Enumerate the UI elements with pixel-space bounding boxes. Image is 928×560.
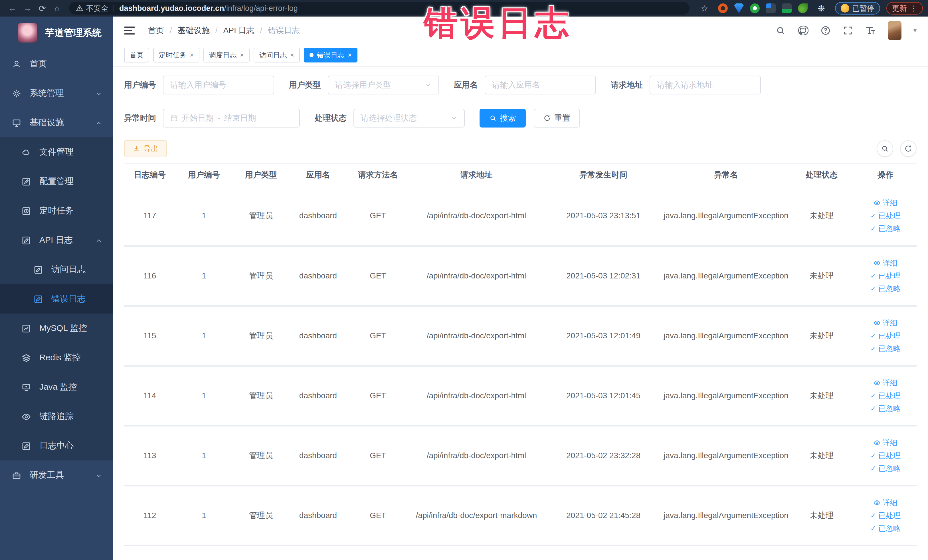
mark-ignored-link[interactable]: ✓ 已忽略 — [870, 404, 901, 414]
reset-button[interactable]: 重置 — [534, 109, 580, 128]
eye-icon — [22, 411, 31, 421]
mark-ignored-link[interactable]: ✓ 已忽略 — [870, 523, 901, 534]
sidebar-item-dev-tools[interactable]: 研发工具 — [0, 461, 113, 490]
address-bar[interactable]: 不安全 dashboard.yudao.iocoder.cn/infra/log… — [69, 2, 690, 15]
detail-link[interactable]: 详细 — [873, 378, 897, 388]
sidebar-item-tracing[interactable]: 链路追踪 — [0, 402, 113, 431]
cell-method: GET — [346, 485, 409, 545]
export-button[interactable]: 导出 — [124, 140, 167, 157]
cell-user-type: 管理员 — [232, 246, 290, 306]
tab-schedule-log[interactable]: 调度日志× — [203, 48, 250, 63]
user-type-select[interactable]: 请选择用户类型 — [328, 76, 439, 95]
paused-extension-pill[interactable]: 已暂停 — [835, 2, 880, 15]
extension-icon-orange[interactable] — [718, 3, 728, 13]
cell-user-type: 管理员 — [232, 485, 290, 545]
extension-icon-on-badge[interactable] — [782, 3, 792, 13]
sidebar-item-file-mgmt[interactable]: 文件管理 — [0, 137, 113, 166]
cell-exception-name: java.lang.IllegalArgumentException — [663, 426, 789, 485]
extension-icon-green-circle[interactable] — [750, 3, 760, 13]
mark-processed-link[interactable]: ✓ 已处理 — [870, 511, 901, 520]
tab-home[interactable]: 首页 — [124, 48, 149, 63]
close-icon[interactable]: × — [190, 51, 194, 59]
sidebar-item-java-monitor[interactable]: Java 监控 — [0, 372, 113, 402]
breadcrumb-home[interactable]: 首页 — [148, 25, 164, 36]
user-id-input[interactable] — [170, 81, 267, 90]
close-icon[interactable]: × — [240, 51, 244, 59]
layers-icon — [22, 352, 31, 363]
sidebar-item-system-mgmt[interactable]: 系统管理 — [0, 78, 113, 108]
mark-ignored-link[interactable]: ✓ 已忽略 — [870, 224, 901, 233]
search-icon[interactable] — [775, 25, 786, 36]
sidebar-item-config-mgmt[interactable]: 配置管理 — [0, 166, 113, 196]
user-avatar[interactable] — [888, 21, 902, 40]
search-button[interactable]: 搜索 — [479, 109, 526, 128]
avatar-caret-down-icon[interactable]: ▾ — [913, 27, 917, 34]
toggle-search-icon-button[interactable] — [877, 140, 893, 157]
browser-update-button[interactable]: 更新 ⋮ — [886, 2, 923, 15]
browser-menu-kebab-icon[interactable]: ⋮ — [910, 4, 917, 13]
sidebar-item-api-log[interactable]: API 日志 — [0, 225, 113, 255]
sidebar-item-mysql-monitor[interactable]: MySQL 监控 — [0, 314, 113, 343]
help-icon[interactable] — [820, 25, 831, 36]
detail-link[interactable]: 详细 — [873, 198, 897, 208]
detail-link[interactable]: 详细 — [873, 438, 897, 448]
sidebar-item-infrastructure[interactable]: 基础设施 — [0, 108, 113, 137]
check-icon: ✓ — [870, 452, 876, 459]
mark-processed-link[interactable]: ✓ 已处理 — [870, 391, 901, 401]
cell-log-id: 112 — [124, 485, 176, 545]
mark-processed-link[interactable]: ✓ 已处理 — [870, 271, 901, 281]
process-status-select[interactable]: 请选择处理状态 — [353, 109, 465, 128]
date-range-picker[interactable]: 开始日期 - 结束日期 — [163, 109, 300, 128]
table-header-row: 日志编号 用户编号 用户类型 应用名 请求方法名 请求地址 异常发生时间 异常名… — [124, 164, 917, 186]
app-logo-row[interactable]: 芋道管理系统 — [0, 17, 113, 49]
breadcrumb-api-log[interactable]: API 日志 — [223, 25, 255, 36]
cell-process-status: 未处理 — [789, 306, 855, 366]
sidebar-collapse-icon[interactable] — [124, 25, 137, 36]
sidebar-item-error-log[interactable]: 错误日志 — [0, 284, 113, 314]
table-row: 113 1 管理员 dashboard GET /api/infra/db-do… — [124, 426, 917, 485]
cell-request-url: /api/infra/db-doc/export-markdown — [409, 485, 543, 545]
mark-processed-link[interactable]: ✓ 已处理 — [870, 451, 901, 461]
bookmark-star-icon[interactable]: ☆ — [697, 2, 712, 15]
sidebar-item-log-center[interactable]: 日志中心 — [0, 431, 113, 461]
detail-link[interactable]: 详细 — [873, 258, 897, 268]
font-size-icon[interactable] — [865, 25, 876, 36]
github-icon[interactable] — [798, 25, 809, 36]
mark-processed-link[interactable]: ✓ 已处理 — [870, 331, 901, 341]
calendar-icon — [170, 114, 178, 122]
request-url-input[interactable] — [657, 81, 753, 90]
cell-request-url: /api/infra/db-doc/export-html — [409, 246, 543, 306]
fullscreen-icon[interactable] — [843, 25, 853, 36]
app-name-input[interactable] — [492, 81, 589, 90]
mark-processed-link[interactable]: ✓ 已处理 — [870, 211, 901, 221]
close-icon[interactable]: × — [348, 51, 352, 59]
sidebar-item-redis-monitor[interactable]: Redis 监控 — [0, 343, 113, 372]
browser-home-icon[interactable]: ⌂ — [50, 2, 64, 15]
sidebar-item-home[interactable]: 首页 — [0, 49, 113, 78]
security-warning-icon[interactable]: 不安全 — [76, 3, 108, 14]
breadcrumb: 首页 / 基础设施 / API 日志 / 错误日志 — [148, 25, 300, 36]
cell-request-url: /api/infra/db-doc/export-html — [409, 366, 543, 426]
tab-scheduled-jobs[interactable]: 定时任务× — [153, 48, 199, 63]
mark-ignored-link[interactable]: ✓ 已忽略 — [870, 464, 901, 473]
sidebar-item-access-log[interactable]: 访问日志 — [0, 255, 113, 284]
browser-forward-icon[interactable]: → — [20, 2, 35, 15]
extension-icon-blue-shield[interactable] — [734, 3, 744, 13]
extension-icon-green-leaf[interactable] — [798, 3, 807, 13]
browser-reload-icon[interactable]: ⟳ — [35, 2, 50, 15]
cell-app-name: dashboard — [290, 426, 346, 485]
breadcrumb-infrastructure[interactable]: 基础设施 — [178, 25, 210, 36]
sidebar-item-scheduled-jobs[interactable]: 定时任务 — [0, 196, 113, 225]
extension-icon-grid[interactable] — [766, 3, 776, 13]
close-icon[interactable]: × — [290, 51, 294, 59]
mark-ignored-link[interactable]: ✓ 已忽略 — [870, 344, 901, 354]
extensions-puzzle-icon[interactable]: ❉ — [814, 2, 829, 15]
detail-link[interactable]: 详细 — [873, 318, 897, 328]
tab-error-log[interactable]: 错误日志× — [304, 48, 357, 63]
mark-ignored-link[interactable]: ✓ 已忽略 — [870, 284, 901, 294]
chevron-down-icon — [95, 470, 102, 480]
detail-link[interactable]: 详细 — [873, 498, 897, 508]
browser-back-icon[interactable]: ← — [5, 2, 20, 15]
tab-access-log[interactable]: 访问日志× — [253, 48, 300, 63]
refresh-icon-button[interactable] — [900, 140, 917, 157]
